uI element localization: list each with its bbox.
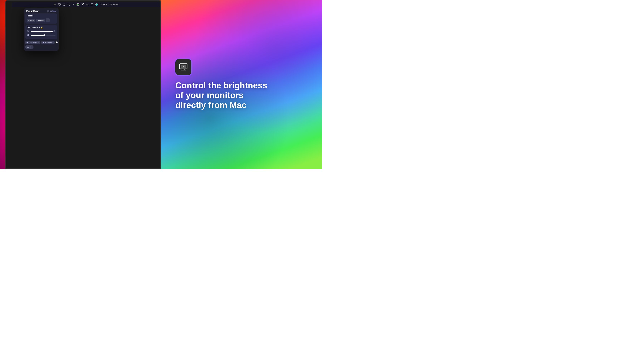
screen-icon xyxy=(90,3,94,6)
control-mode-chevron: ▾ xyxy=(38,42,39,43)
popup-title: DisplayBuddy xyxy=(26,10,39,12)
controls-row: Control Mode ▾ Resolution ▾ xyxy=(25,40,57,44)
app-icon xyxy=(175,59,192,75)
search-icon[interactable] xyxy=(86,3,89,6)
svg-rect-0 xyxy=(58,4,60,5)
contrast-icon xyxy=(27,34,30,36)
marketing-headline: Control the brightness of your monitors … xyxy=(175,80,268,110)
wifi-icon xyxy=(81,3,84,6)
svg-rect-4 xyxy=(68,4,68,4)
monitor-section: Dell Ultrasharp 🔒 xyxy=(25,25,57,39)
menubar-time: Sun 16 Jul 5:55 PM xyxy=(101,4,118,6)
headline-line2: of your monitors xyxy=(175,90,268,100)
monitor-header: Dell Ultrasharp 🔒 xyxy=(27,26,56,28)
app-icon-container xyxy=(175,59,192,75)
displaybuddy-popup: DisplayBuddy Settings Presets Coding Gam… xyxy=(24,8,59,51)
circle-icon xyxy=(53,3,56,6)
svg-line-20 xyxy=(28,32,28,32)
brightness-icon xyxy=(27,30,30,33)
svg-point-12 xyxy=(28,31,29,32)
presets-section: Presets Coding Gaming + xyxy=(25,14,57,24)
resolution-label: Resolution xyxy=(45,42,52,44)
svg-rect-5 xyxy=(69,4,70,4)
settings-label: Settings xyxy=(50,10,56,12)
control-mode-label: Control Mode xyxy=(29,42,38,44)
contrast-row xyxy=(27,34,56,36)
svg-point-26 xyxy=(27,42,28,43)
headline-line3: directly from Mac xyxy=(175,100,268,110)
more-button[interactable]: More ▾ xyxy=(25,46,34,49)
schedule-icon xyxy=(54,30,56,33)
monitor-logo-icon xyxy=(179,62,188,72)
resolution-button[interactable]: Resolution ▾ xyxy=(41,41,54,44)
presets-buttons: Coding Gaming + xyxy=(27,18,56,22)
add-preset-button[interactable]: + xyxy=(46,18,50,22)
monitor-name: Dell Ultrasharp xyxy=(27,26,40,28)
control-mode-button[interactable]: Control Mode ▾ xyxy=(25,41,40,44)
coding-preset-button[interactable]: Coding xyxy=(27,18,35,22)
contrast-slider[interactable] xyxy=(30,35,56,36)
battery-icon xyxy=(76,3,80,6)
monitor-bezel: Sun 16 Jul 5:55 PM DisplayBuddy Settings… xyxy=(5,0,161,169)
svg-rect-7 xyxy=(69,5,70,6)
headline-line1: Control the brightness xyxy=(175,80,268,90)
svg-line-19 xyxy=(29,30,29,31)
gaming-preset-button[interactable]: Gaming xyxy=(36,18,45,22)
svg-line-18 xyxy=(29,32,29,32)
presets-label: Presets xyxy=(27,15,56,17)
menubar-icons: Sun 16 Jul 5:55 PM xyxy=(53,3,118,6)
mouse-cursor xyxy=(56,40,59,44)
settings-button[interactable]: Settings xyxy=(47,10,56,12)
right-panel: Control the brightness of your monitors … xyxy=(161,0,322,169)
left-panel: Sun 16 Jul 5:55 PM DisplayBuddy Settings… xyxy=(0,0,161,169)
resolution-chevron: ▾ xyxy=(52,42,53,43)
monitor-icon xyxy=(58,3,61,6)
more-label: More xyxy=(27,46,30,48)
svg-line-9 xyxy=(88,5,88,6)
svg-line-17 xyxy=(28,30,28,31)
svg-rect-6 xyxy=(68,5,68,6)
brightness-slider[interactable] xyxy=(30,31,52,32)
svg-point-11 xyxy=(48,11,48,11)
siri-icon xyxy=(95,3,98,6)
shield-icon xyxy=(62,3,66,6)
more-row: More ▾ xyxy=(25,46,57,49)
menubar: Sun 16 Jul 5:55 PM xyxy=(12,2,160,7)
more-chevron: ▾ xyxy=(31,46,32,48)
grid-icon xyxy=(67,3,70,6)
lock-icon: 🔒 xyxy=(40,26,43,28)
bluetooth-icon xyxy=(72,3,75,6)
svg-line-23 xyxy=(54,31,55,32)
brightness-row xyxy=(27,30,56,33)
popup-header: DisplayBuddy Settings xyxy=(24,8,59,14)
